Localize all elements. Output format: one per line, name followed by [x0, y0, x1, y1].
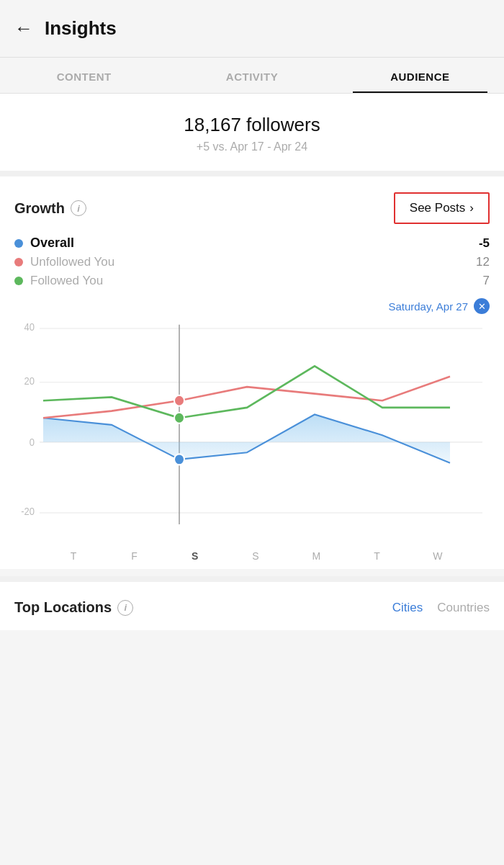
legend-row-followed: Followed You 7: [14, 274, 490, 288]
followed-label: Followed You: [30, 274, 103, 288]
growth-section: Growth i See Posts › Overall -5 Unfollow…: [0, 176, 504, 569]
x-label-6: W: [408, 550, 468, 562]
follower-summary: 18,167 followers +5 vs. Apr 17 - Apr 24: [0, 94, 504, 176]
tab-countries[interactable]: Countries: [437, 601, 490, 615]
page-title: Insights: [45, 17, 117, 40]
top-locations-header: Top Locations i Cities Countries: [14, 599, 490, 616]
x-label-4: M: [286, 550, 346, 562]
back-button[interactable]: ←: [14, 17, 33, 40]
follower-count: 18,167 followers: [14, 114, 490, 136]
followed-dot: [14, 277, 23, 285]
tab-content[interactable]: CONTENT: [0, 58, 168, 93]
date-label-row: Saturday, Apr 27 ✕: [14, 298, 490, 314]
followed-value: 7: [483, 274, 490, 288]
x-label-5: T: [346, 550, 407, 562]
svg-text:20: 20: [24, 375, 35, 386]
growth-header: Growth i See Posts ›: [14, 192, 490, 224]
tab-cities[interactable]: Cities: [392, 601, 423, 615]
svg-text:0: 0: [30, 437, 35, 448]
svg-text:40: 40: [24, 322, 35, 333]
x-label-2: S: [165, 550, 225, 562]
x-label-1: F: [104, 550, 164, 562]
growth-info-icon[interactable]: i: [71, 200, 86, 216]
svg-text:-20: -20: [21, 506, 35, 517]
tab-bar: CONTENT ACTIVITY AUDIENCE: [0, 58, 504, 94]
section-divider: [0, 576, 504, 582]
see-posts-label: See Posts: [410, 201, 466, 215]
see-posts-button[interactable]: See Posts ›: [394, 192, 490, 224]
tab-audience[interactable]: AUDIENCE: [336, 58, 504, 93]
x-axis-labels: T F S S M T W: [14, 550, 490, 562]
unfollowed-dot: [14, 258, 23, 266]
overall-dot: [14, 239, 23, 248]
header: ← Insights: [0, 0, 504, 58]
svg-point-12: [174, 413, 184, 423]
growth-title: Growth: [14, 200, 65, 217]
unfollowed-label: Unfollowed You: [30, 255, 114, 269]
chart-legend: Overall -5 Unfollowed You 12 Followed Yo…: [14, 236, 490, 288]
growth-chart: 40 20 0 -20: [14, 317, 490, 547]
follower-change: +5 vs. Apr 17 - Apr 24: [14, 140, 490, 153]
growth-title-group: Growth i: [14, 200, 86, 217]
locations-info-icon[interactable]: i: [117, 600, 133, 616]
locations-tab-bar: Cities Countries: [392, 601, 490, 615]
tab-activity[interactable]: ACTIVITY: [168, 58, 336, 93]
overall-value: -5: [479, 236, 490, 251]
chevron-right-icon: ›: [469, 201, 474, 215]
svg-point-11: [174, 395, 184, 406]
legend-row-unfollowed: Unfollowed You 12: [14, 255, 490, 269]
close-date-button[interactable]: ✕: [474, 298, 490, 314]
x-label-3: S: [225, 550, 286, 562]
chart-container: 40 20 0 -20: [14, 317, 490, 547]
x-label-0: T: [43, 550, 104, 562]
top-locations-section: Top Locations i Cities Countries: [0, 582, 504, 630]
svg-point-10: [174, 454, 184, 465]
legend-row-overall: Overall -5: [14, 236, 490, 251]
top-locations-title: Top Locations: [14, 599, 112, 616]
unfollowed-value: 12: [476, 255, 490, 269]
overall-label: Overall: [30, 236, 74, 251]
selected-date-label: Saturday, Apr 27: [388, 300, 468, 313]
